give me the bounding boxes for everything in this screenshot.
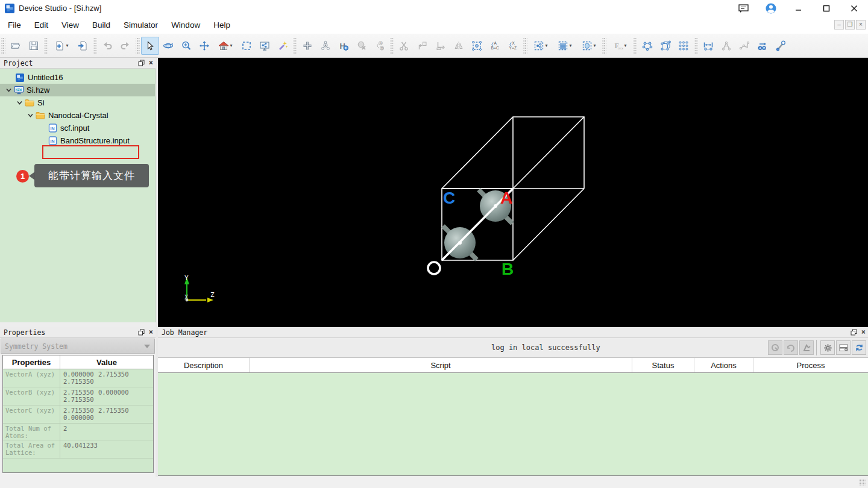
dropdown-arrow-icon[interactable]: ▾ [569, 43, 571, 48]
mdi-close-button[interactable]: × [856, 20, 866, 30]
vector-ab-button[interactable]: AB [753, 37, 772, 55]
home-button[interactable]: ▾ [213, 37, 237, 55]
build-molecule-button[interactable] [638, 37, 656, 55]
save-button[interactable] [25, 37, 43, 55]
job-manager-float-button[interactable] [851, 329, 857, 336]
properties-float-button[interactable] [138, 329, 145, 336]
table-row[interactable]: VectorB (xyz) 2.715350 0.000000 2.715350 [3, 387, 153, 405]
toolbar-group-handle[interactable] [1, 38, 5, 54]
menu-window[interactable]: Window [165, 18, 207, 33]
menu-build[interactable]: Build [86, 18, 117, 33]
cell-region-button[interactable]: ▾ [577, 37, 601, 55]
select-atoms-icon [471, 40, 482, 51]
add-hydrogen-button[interactable]: H [335, 37, 353, 55]
build-supercell-button[interactable] [675, 37, 693, 55]
user-account-button[interactable] [757, 0, 785, 17]
mdi-restore-button[interactable]: ❐ [845, 20, 855, 30]
structure-viewport-3d[interactable]: C A B Y Z X [158, 58, 868, 327]
toolbar-group-handle[interactable] [390, 38, 394, 54]
magic-wand-button[interactable] [274, 37, 292, 55]
select-atoms-button[interactable] [468, 37, 486, 55]
tree-item-project-root[interactable]: Untitled16 [0, 71, 155, 84]
table-row[interactable]: Total Num of Atoms: 2 [3, 424, 153, 440]
add-hydrogen-icon: H [338, 40, 349, 51]
col-script[interactable]: Script [250, 358, 632, 372]
tree-item-scf-input[interactable]: IN scf.input [0, 122, 155, 134]
measure-distance-button[interactable] [699, 37, 717, 55]
toolbar-group-handle[interactable] [136, 38, 140, 54]
toolbar-group-handle[interactable] [44, 38, 48, 54]
job-refresh-button[interactable] [852, 340, 866, 355]
feedback-chat-button[interactable] [729, 0, 757, 17]
tree-item-bandstructure-input[interactable]: IN BandStructure.input [0, 134, 155, 147]
dropdown-arrow-icon[interactable]: ▾ [593, 43, 596, 48]
job-settings-button[interactable] [820, 340, 835, 355]
close-button[interactable] [840, 0, 868, 17]
properties-close-button[interactable]: × [149, 328, 153, 336]
col-description[interactable]: Description [158, 358, 250, 372]
col-actions[interactable]: Actions [694, 358, 753, 372]
toolbar-group-handle[interactable] [293, 38, 297, 54]
toolbar-group-handle[interactable] [93, 38, 97, 54]
chevron-down-icon[interactable] [5, 87, 12, 93]
chevron-down-icon[interactable] [27, 112, 34, 119]
table-row[interactable]: VectorC (xyz) 2.715350 2.715350 0.000000 [3, 405, 153, 424]
swap-yz-button[interactable]: XYZ [504, 37, 522, 55]
col-process[interactable]: Process [753, 358, 868, 372]
dropdown-arrow-icon[interactable]: ▾ [624, 43, 626, 48]
select-button[interactable] [141, 37, 159, 55]
mdi-minimize-button[interactable]: – [834, 20, 844, 30]
open-button[interactable] [7, 37, 25, 55]
molecule-region-button[interactable]: ▾ [529, 37, 553, 55]
table-row[interactable]: Total Area of Lattice: 40.041233 [3, 440, 153, 458]
project-float-button[interactable] [138, 60, 145, 66]
add-structure-button[interactable] [298, 37, 316, 55]
resize-grip[interactable] [859, 479, 866, 486]
pan-button[interactable] [195, 37, 213, 55]
toolbar-group-handle[interactable] [633, 38, 637, 54]
build-crystal-button[interactable] [656, 37, 675, 55]
zoom-button[interactable] [177, 37, 195, 55]
measure-torsion-button [735, 37, 753, 55]
dropdown-arrow-icon[interactable]: ▾ [66, 43, 68, 48]
toolbar-group-handle[interactable] [694, 38, 698, 54]
add-atom-button[interactable] [316, 37, 335, 55]
menu-help[interactable]: Help [207, 18, 237, 33]
tree-item-si-folder[interactable]: Si [0, 96, 155, 109]
tree-item-nanodcal-folder[interactable]: Nanodcal-Crystal [0, 109, 155, 122]
menu-edit[interactable]: Edit [28, 18, 55, 33]
tree-item-label: BandStructure.input [60, 136, 130, 145]
job-queue-button[interactable] [836, 340, 851, 355]
magic-wand-icon [277, 40, 288, 51]
menu-simulator[interactable]: Simulator [117, 18, 165, 33]
dropdown-arrow-icon[interactable]: ▾ [230, 43, 232, 48]
job-manager-close-button[interactable]: × [861, 328, 866, 336]
col-status[interactable]: Status [632, 358, 694, 372]
minimize-button[interactable] [785, 0, 813, 17]
import-button[interactable] [74, 37, 92, 55]
tree-item-si-hzw[interactable]: HZW Si.hzw [0, 84, 155, 96]
build-crystal-icon [660, 40, 671, 51]
menu-file[interactable]: File [1, 18, 28, 33]
maximize-button[interactable] [813, 0, 840, 17]
toolbar-group-handle[interactable] [602, 38, 606, 54]
align-layers-button[interactable]: ▾ [553, 37, 577, 55]
swap-bc-button[interactable]: ABC [486, 37, 504, 55]
symmetry-system-select[interactable]: Symmetry System [1, 339, 155, 354]
preview-screen-button[interactable] [256, 37, 274, 55]
rotate-view-icon [163, 40, 174, 51]
select-region-button[interactable] [237, 37, 256, 55]
project-close-button[interactable]: × [149, 59, 153, 66]
build-bond-button[interactable] [772, 37, 790, 55]
toolbar-group-handle[interactable] [523, 38, 527, 54]
menu-view[interactable]: View [55, 18, 86, 33]
chevron-down-icon[interactable] [16, 99, 23, 106]
dropdown-arrow-icon[interactable]: ▾ [545, 43, 547, 48]
horizontal-splitter[interactable] [0, 322, 156, 327]
axis-triad: Y Z X [184, 274, 215, 302]
rotate-view-button[interactable] [159, 37, 177, 55]
new-file-button[interactable]: ▾ [49, 37, 74, 55]
job-manager-panel: Job Manager × log in local successfully [158, 327, 868, 477]
svg-text:IN: IN [50, 139, 54, 143]
table-row[interactable]: VectorA (xyz) 0.000000 2.715350 2.715350 [3, 369, 153, 387]
